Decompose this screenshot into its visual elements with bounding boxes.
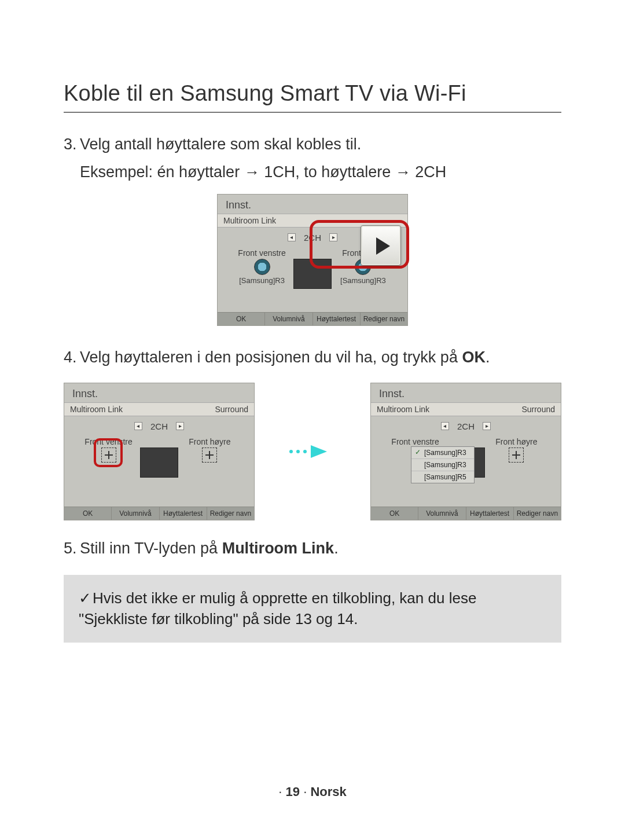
step-4-ok: OK xyxy=(462,349,486,366)
step-5: 5.Still inn TV-lyden på Multiroom Link. xyxy=(64,538,561,560)
front-right-label: Front høyre xyxy=(485,437,548,446)
footer-rename-button[interactable]: Rediger navn xyxy=(207,507,254,520)
footer-volume-button[interactable]: Volumnivå xyxy=(265,313,312,325)
page-title: Koble til en Samsung Smart TV via Wi-Fi xyxy=(64,81,561,113)
panel-sub-left: Multiroom Link xyxy=(377,405,429,414)
page-number: 19 xyxy=(286,784,300,799)
footer-ok-button[interactable]: OK xyxy=(371,507,418,520)
channel-prev-button[interactable]: ◂ xyxy=(288,233,296,241)
tv-box-icon xyxy=(293,259,332,289)
play-icon xyxy=(361,225,401,266)
svg-point-2 xyxy=(303,450,307,453)
channel-prev-button[interactable]: ◂ xyxy=(441,422,449,430)
channel-next-button[interactable]: ▸ xyxy=(329,233,337,241)
panel-sub-right: Surround xyxy=(521,405,555,414)
page-language: Norsk xyxy=(310,784,346,799)
step-5-ml: Multiroom Link xyxy=(222,540,334,557)
svg-point-1 xyxy=(296,450,300,453)
channel-selector: ◂ 2CH ▸ xyxy=(371,416,561,435)
check-icon: ✓ xyxy=(79,588,93,608)
footer-test-button[interactable]: Høyttalertest xyxy=(313,313,361,325)
panel-footer: OK Volumnivå Høyttalertest Rediger navn xyxy=(64,507,254,520)
step-4-num: 4. xyxy=(64,347,80,369)
panel-sub-left: Multiroom Link xyxy=(70,405,123,414)
channel-next-button[interactable]: ▸ xyxy=(483,422,491,430)
panel-title: Innst. xyxy=(64,383,254,402)
note-box: ✓Hvis det ikke er mulig å opprette en ti… xyxy=(64,575,561,643)
note-text: Hvis det ikke er mulig å opprette en til… xyxy=(79,589,476,628)
step-5-num: 5. xyxy=(64,538,80,560)
footer-test-button[interactable]: Høyttalertest xyxy=(160,507,207,520)
front-left-label: Front venstre xyxy=(77,437,140,446)
figure-1: Innst. Multiroom Link ◂ 2CH ▸ Front vens… xyxy=(217,194,408,326)
panel-sub-left: Multiroom Link xyxy=(223,216,276,225)
step-5-text: Still inn TV-lyden på xyxy=(80,540,222,557)
add-speaker-button[interactable] xyxy=(101,447,116,463)
dropdown-item[interactable]: [Samsung]R3 xyxy=(411,459,474,471)
step-3-line1: Velg antall høyttalere som skal kobles t… xyxy=(80,135,361,153)
front-left-label: Front venstre xyxy=(230,248,293,258)
step-4: 4.Velg høyttaleren i den posisjonen du v… xyxy=(64,347,561,369)
footer-ok-button[interactable]: OK xyxy=(64,507,112,520)
panel-footer: OK Volumnivå Høyttalertest Rediger navn xyxy=(371,507,561,520)
speaker-dropdown[interactable]: [Samsung]R3 [Samsung]R3 [Samsung]R5 xyxy=(411,446,475,483)
speaker-right-name: [Samsung]R3 xyxy=(332,276,395,285)
add-speaker-button[interactable] xyxy=(509,447,524,463)
dropdown-item[interactable]: [Samsung]R3 xyxy=(411,447,474,459)
footer-test-button[interactable]: Høyttalertest xyxy=(466,507,514,520)
settings-panel-left: Innst. Multiroom Link Surround ◂ 2CH ▸ F… xyxy=(64,383,255,520)
add-speaker-button[interactable] xyxy=(202,447,217,463)
svg-point-0 xyxy=(289,450,293,453)
arrow-icon: → xyxy=(395,163,411,181)
step-3-example: Eksempel: én høyttaler → 1CH, to høyttal… xyxy=(64,162,561,184)
speaker-left-name: [Samsung]R3 xyxy=(230,276,293,285)
speaker-icon[interactable] xyxy=(254,259,270,275)
arrow-icon: → xyxy=(244,163,260,181)
footer-rename-button[interactable]: Rediger navn xyxy=(514,507,561,520)
step-3: 3.Velg antall høyttalere som skal kobles… xyxy=(64,134,561,156)
channel-prev-button[interactable]: ◂ xyxy=(134,422,142,430)
front-left-label: Front venstre xyxy=(384,437,447,446)
flow-arrow-icon xyxy=(288,444,337,459)
svg-marker-3 xyxy=(311,445,327,458)
panel-sub-right: Surround xyxy=(215,405,248,414)
figure-2-row: Innst. Multiroom Link Surround ◂ 2CH ▸ F… xyxy=(64,383,561,520)
channel-value: 2CH xyxy=(304,233,321,243)
tv-box-icon xyxy=(140,447,178,478)
panel-footer: OK Volumnivå Høyttalertest Rediger navn xyxy=(218,312,407,325)
page-footer: · 19 · Norsk xyxy=(0,784,625,799)
panel-title: Innst. xyxy=(371,383,561,402)
channel-value: 2CH xyxy=(150,421,168,431)
channel-selector: ◂ 2CH ▸ xyxy=(64,416,254,435)
dropdown-item[interactable]: [Samsung]R5 xyxy=(411,471,474,483)
step-4-text: Velg høyttaleren i den posisjonen du vil… xyxy=(80,349,462,366)
footer-rename-button[interactable]: Rediger navn xyxy=(361,313,407,325)
channel-value: 2CH xyxy=(457,421,475,431)
footer-ok-button[interactable]: OK xyxy=(218,313,265,325)
channel-next-button[interactable]: ▸ xyxy=(176,422,184,430)
step-3-num: 3. xyxy=(64,134,80,156)
front-right-label: Front høyre xyxy=(178,437,241,446)
panel-title: Innst. xyxy=(218,195,407,214)
footer-volume-button[interactable]: Volumnivå xyxy=(112,507,159,520)
footer-volume-button[interactable]: Volumnivå xyxy=(418,507,466,520)
